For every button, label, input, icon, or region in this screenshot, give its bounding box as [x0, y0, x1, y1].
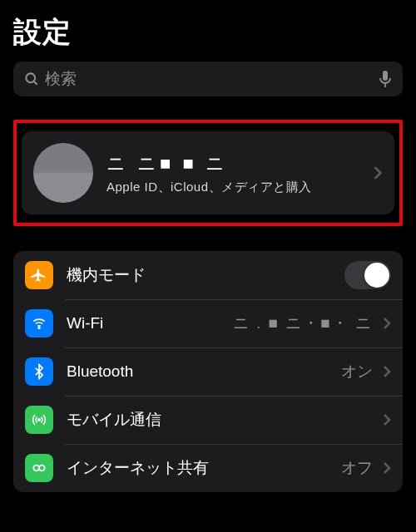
account-name: ニ ニ■ ■ ニ	[106, 151, 373, 176]
hotspot-value: オフ	[341, 457, 373, 479]
avatar	[33, 143, 93, 203]
cellular-icon	[25, 406, 53, 434]
chevron-right-icon	[383, 317, 391, 330]
row-wifi[interactable]: Wi-Fi ニ . ■ ニ・■・ ニ	[13, 299, 403, 347]
svg-line-1	[34, 81, 37, 85]
settings-group: 機内モード Wi-Fi ニ . ■ ニ・■・ ニ Bluetooth オン	[13, 251, 403, 492]
chevron-right-icon	[383, 365, 391, 378]
highlight-annotation: ニ ニ■ ■ ニ Apple ID、iCloud、メディアと購入	[13, 120, 403, 226]
row-hotspot[interactable]: インターネット共有 オフ	[13, 444, 403, 492]
row-label: インターネット共有	[67, 457, 209, 479]
airplane-icon	[25, 261, 53, 289]
chevron-right-icon	[383, 461, 391, 475]
svg-point-6	[33, 466, 39, 471]
hotspot-icon	[25, 454, 53, 482]
search-icon	[23, 71, 40, 87]
svg-point-7	[39, 466, 45, 471]
wifi-icon	[25, 309, 53, 337]
row-bluetooth[interactable]: Bluetooth オン	[13, 347, 403, 396]
svg-point-5	[38, 419, 41, 421]
wifi-value: ニ . ■ ニ・■・ ニ	[233, 313, 373, 334]
row-label: 機内モード	[67, 264, 146, 286]
row-airplane-mode[interactable]: 機内モード	[13, 251, 403, 299]
row-label: モバイル通信	[67, 409, 161, 431]
bluetooth-value: オン	[341, 361, 373, 382]
page-title: 設定	[13, 13, 403, 52]
chevron-right-icon	[383, 413, 391, 426]
search-bar[interactable]	[13, 62, 403, 96]
svg-point-4	[38, 328, 40, 329]
search-input[interactable]	[45, 70, 378, 88]
row-label: Bluetooth	[67, 362, 133, 381]
row-label: Wi-Fi	[67, 314, 103, 332]
svg-rect-2	[383, 71, 388, 81]
row-cellular[interactable]: モバイル通信	[13, 396, 403, 444]
account-subtitle: Apple ID、iCloud、メディアと購入	[106, 180, 373, 195]
bluetooth-icon	[25, 357, 53, 386]
apple-id-row[interactable]: ニ ニ■ ■ ニ Apple ID、iCloud、メディアと購入	[22, 131, 394, 214]
airplane-toggle[interactable]	[344, 261, 391, 289]
mic-icon[interactable]	[378, 70, 393, 88]
svg-point-0	[26, 73, 35, 82]
chevron-right-icon	[373, 165, 383, 180]
